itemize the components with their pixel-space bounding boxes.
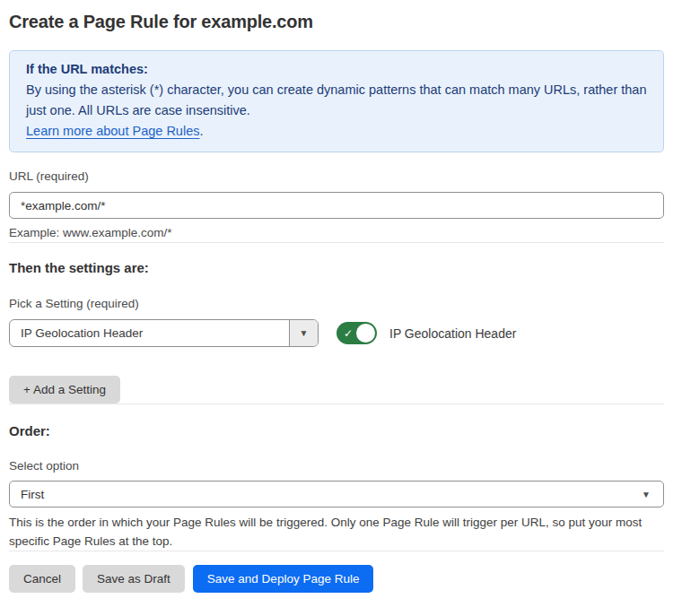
divider	[9, 242, 664, 243]
url-example-helper: Example: www.example.com/*	[9, 224, 664, 242]
caret-down-icon: ▼	[642, 490, 651, 499]
chevron-down-icon: ▼	[300, 328, 309, 338]
footer-actions: Cancel Save as Draft Save and Deploy Pag…	[9, 565, 664, 593]
info-box-link-line: Learn more about Page Rules.	[26, 121, 647, 142]
order-select[interactable]: First ▼	[9, 481, 664, 508]
order-select-value: First	[21, 488, 642, 501]
info-box-heading: If the URL matches:	[26, 59, 647, 80]
geolocation-toggle-label: IP Geolocation Header	[389, 326, 516, 341]
order-section-heading: Order:	[9, 423, 664, 439]
save-as-draft-button[interactable]: Save as Draft	[83, 565, 185, 593]
order-select-label: Select option	[9, 459, 664, 473]
url-match-info-box: If the URL matches: By using the asteris…	[9, 50, 664, 152]
url-input[interactable]	[9, 192, 664, 219]
toggle-knob	[356, 324, 375, 343]
info-box-body: By using the asterisk (*) character, you…	[26, 80, 647, 121]
pick-setting-label: Pick a Setting (required)	[9, 297, 664, 311]
setting-dropdown[interactable]: IP Geolocation Header ▼	[9, 319, 319, 347]
order-helper-text: This is the order in which your Page Rul…	[9, 513, 660, 551]
cancel-button[interactable]: Cancel	[9, 565, 75, 593]
learn-more-link[interactable]: Learn more about Page Rules	[26, 124, 199, 138]
settings-section-heading: Then the settings are:	[9, 260, 664, 276]
link-period: .	[199, 124, 203, 138]
page-title: Create a Page Rule for example.com	[9, 11, 664, 32]
geolocation-toggle[interactable]: ✓	[336, 322, 377, 344]
setting-row: IP Geolocation Header ▼ ✓ IP Geolocation…	[9, 319, 664, 347]
url-field-label: URL (required)	[9, 169, 664, 184]
divider	[9, 551, 664, 551]
setting-dropdown-arrow-button[interactable]: ▼	[289, 320, 318, 346]
check-icon: ✓	[344, 326, 353, 339]
geolocation-toggle-group: ✓ IP Geolocation Header	[336, 322, 516, 344]
add-setting-button[interactable]: + Add a Setting	[9, 376, 120, 403]
divider	[9, 403, 664, 404]
save-and-deploy-button[interactable]: Save and Deploy Page Rule	[193, 565, 374, 593]
setting-dropdown-value[interactable]: IP Geolocation Header	[10, 320, 289, 346]
